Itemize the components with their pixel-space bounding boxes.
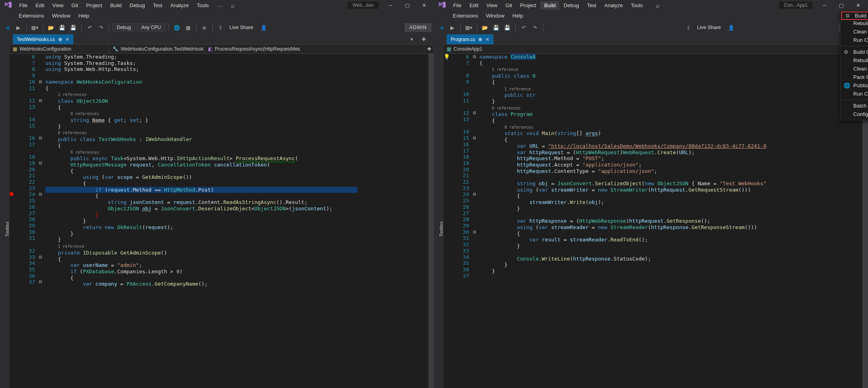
tab-add-icon[interactable]: ✚ xyxy=(419,35,428,44)
browser-icon[interactable]: 🌐 xyxy=(172,23,182,32)
back-icon[interactable]: ◀ xyxy=(436,23,446,32)
live-share-label[interactable]: Live Share xyxy=(230,25,253,30)
breakpoint-margin[interactable] xyxy=(10,54,16,388)
menu-window[interactable]: Window xyxy=(483,12,508,20)
menu-test[interactable]: Test xyxy=(583,1,600,10)
close-icon[interactable]: ✕ xyxy=(850,0,866,10)
tab-program[interactable]: Program.cs ⊕ ✕ xyxy=(447,34,493,44)
menu-edit[interactable]: Edit xyxy=(32,1,48,10)
menu-file[interactable]: File xyxy=(450,1,465,10)
undo-icon[interactable]: ↶ xyxy=(519,23,528,32)
menu-item-rebuild-consoleapp1[interactable]: Rebuild ConsoleApp1 xyxy=(841,56,868,65)
quick-launch-icon[interactable]: ⌕ xyxy=(652,2,664,9)
menu-analyze[interactable]: Analyze xyxy=(601,1,626,10)
menu-view[interactable]: View xyxy=(483,1,501,10)
menu-help[interactable]: Help xyxy=(509,12,527,20)
tab-dropdown-icon[interactable]: ▾ xyxy=(407,35,416,44)
fwd-icon[interactable]: ▶ xyxy=(448,23,457,32)
menu-view[interactable]: View xyxy=(49,1,67,10)
menu-item-rebuild-solution[interactable]: Rebuild Solution xyxy=(841,19,868,27)
saveall-icon[interactable]: 💾 xyxy=(69,23,78,32)
platform-select[interactable]: Any CPU xyxy=(137,24,165,31)
nav-split-icon[interactable]: ✚ xyxy=(424,45,434,53)
saveall-icon[interactable]: 💾 xyxy=(503,23,512,32)
redo-icon[interactable]: ↷ xyxy=(96,23,106,32)
menu-item-pack-consoleapp1[interactable]: Pack ConsoleApp1 xyxy=(841,73,868,81)
config-select[interactable]: Debug xyxy=(112,24,135,31)
menu-item-build-consoleapp1[interactable]: ⚙Build ConsoleApp1Shift+F6 xyxy=(841,48,868,56)
menu-edit[interactable]: Edit xyxy=(466,1,482,10)
menu-debug[interactable]: Debug xyxy=(560,1,582,10)
menu-item-configuration-manager-[interactable]: Configuration Manager... xyxy=(841,110,868,118)
menu-project[interactable]: Project xyxy=(82,1,106,10)
save-icon[interactable]: 💾 xyxy=(491,23,501,32)
redo-icon[interactable]: ↷ xyxy=(530,23,540,32)
account-icon[interactable]: 👤 xyxy=(259,23,269,32)
tab-close-icon[interactable]: ✕ xyxy=(65,37,69,42)
menu-item-clean-consoleapp1[interactable]: Clean ConsoleApp1 xyxy=(841,65,868,73)
live-share-label[interactable]: Live Share xyxy=(697,25,721,30)
code-editor[interactable]: 💡 6 7 8 9 10 11 12 13 14 15 16 17 18 19 … xyxy=(444,54,868,388)
indent-icon[interactable]: ≣ xyxy=(200,23,209,32)
menu-git[interactable]: Git xyxy=(68,1,82,10)
quick-launch-icon[interactable]: ⌕ xyxy=(227,2,239,9)
menu-tools[interactable]: Tools xyxy=(627,1,646,10)
menu-debug[interactable]: Debug xyxy=(126,1,148,10)
menu-extensions[interactable]: Extensions xyxy=(449,12,482,20)
menu-item-publish-consoleapp1[interactable]: 🌐Publish ConsoleApp1 xyxy=(841,81,868,90)
publish-icon[interactable]: ▦ xyxy=(183,23,193,32)
breakpoint-icon[interactable] xyxy=(10,192,14,196)
fold-margin[interactable]: ⊟ ⊟ ⊟ ⊟ ⊟ ⊟ ⊟ xyxy=(39,54,45,388)
share-icon[interactable]: ⇪ xyxy=(683,23,693,32)
code-editor[interactable]: 6 7 8 9 10 11 12 13 14 15 16 17 18 19 20… xyxy=(10,54,434,388)
menu-file[interactable]: File xyxy=(16,1,31,10)
toolbox-sidebar[interactable]: Toolbox xyxy=(0,34,10,388)
new-project-icon[interactable]: ▦▾ xyxy=(464,23,473,32)
undo-icon[interactable]: ↶ xyxy=(85,23,94,32)
menu-item-clean-solution[interactable]: Clean Solution xyxy=(841,27,868,36)
nav-project[interactable]: ▦ConsoleApp1 xyxy=(444,45,849,53)
minimize-icon[interactable]: ─ xyxy=(817,0,833,10)
account-icon[interactable]: 👤 xyxy=(727,23,736,32)
tab-pin-icon[interactable]: ⊕ xyxy=(58,37,62,42)
tab-close-icon[interactable]: ✕ xyxy=(485,37,489,42)
fold-margin[interactable]: ⊟ ⊟ ⊟ ⊟ ⊟ xyxy=(473,54,479,388)
menu-tools[interactable]: Tools xyxy=(193,1,212,10)
menu-build[interactable]: Build xyxy=(540,1,559,10)
document-tabs: TestWebHooks.cs ⊕ ✕ ▾ ✚ xyxy=(10,34,434,44)
toolbox-sidebar[interactable]: Toolbox xyxy=(434,34,444,388)
open-icon[interactable]: 📂 xyxy=(46,23,56,32)
maximize-icon[interactable]: ▢ xyxy=(833,0,849,10)
hint-margin[interactable]: 💡 xyxy=(444,54,450,388)
menu-item-build-solution[interactable]: ⚙Build SolutionF6 xyxy=(841,12,868,20)
menu-help[interactable]: Help xyxy=(75,12,93,20)
menu-test[interactable]: Test xyxy=(149,1,166,10)
code-body[interactable]: namespace ConsoleA { 1 reference public … xyxy=(479,54,864,388)
nav-member[interactable]: ◧ProcessRequestAsync(HttpRequestMes xyxy=(205,45,424,53)
code-body[interactable]: using System.Threading; using System.Thr… xyxy=(45,54,430,388)
menu-extensions[interactable]: Extensions xyxy=(15,12,48,20)
menu-item-batch-build-[interactable]: Batch Build... xyxy=(841,102,868,110)
menu-overflow[interactable]: … xyxy=(213,2,226,8)
open-icon[interactable]: 📂 xyxy=(480,23,490,32)
menu-git[interactable]: Git xyxy=(502,1,516,10)
menu-analyze[interactable]: Analyze xyxy=(167,1,192,10)
new-project-icon[interactable]: ▦▾ xyxy=(30,23,39,32)
menu-item-run-code-analysis-on-solution[interactable]: Run Code Analysis on SolutionAlt+F11 xyxy=(841,36,868,44)
fwd-icon[interactable]: ▶ xyxy=(14,23,23,32)
share-icon[interactable]: ⇪ xyxy=(216,23,226,32)
menu-window[interactable]: Window xyxy=(49,12,74,20)
maximize-icon[interactable]: ▢ xyxy=(399,0,415,10)
menu-build[interactable]: Build xyxy=(106,1,125,10)
close-icon[interactable]: ✕ xyxy=(416,0,432,10)
nav-project[interactable]: ▦WebHooksConfiguration xyxy=(10,45,109,53)
tab-pin-icon[interactable]: ⊕ xyxy=(478,37,482,42)
minimize-icon[interactable]: ─ xyxy=(383,0,399,10)
tab-testwebhooks[interactable]: TestWebHooks.cs ⊕ ✕ xyxy=(13,34,73,44)
menu-item-run-code-analysis-on-consoleapp1[interactable]: Run Code Analysis on ConsoleApp1 xyxy=(841,90,868,98)
back-icon[interactable]: ◀ xyxy=(2,23,12,32)
scrollbar[interactable] xyxy=(428,54,434,388)
menu-project[interactable]: Project xyxy=(516,1,540,10)
save-icon[interactable]: 💾 xyxy=(57,23,67,32)
nav-class[interactable]: 🔧WebHooksConfiguration.TestWebHook xyxy=(109,45,205,53)
